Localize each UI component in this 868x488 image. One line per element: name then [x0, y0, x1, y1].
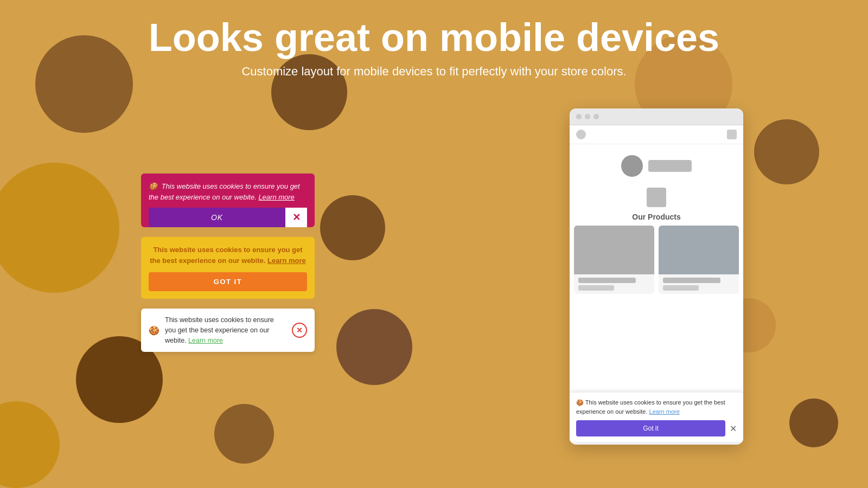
banner2-text: This website uses cookies to ensure you …	[149, 245, 307, 266]
product-info-2	[659, 274, 739, 294]
browser-toolbar	[570, 125, 743, 144]
banner1-text: 🍪 This website uses cookies to ensure yo…	[149, 181, 307, 202]
banner3-text: This website uses cookies to ensure you …	[165, 315, 286, 345]
product-name-2	[663, 278, 720, 283]
bg-circle	[336, 309, 412, 385]
bg-circle	[214, 404, 274, 464]
bg-circle	[320, 195, 385, 260]
window-dot-3	[593, 114, 599, 119]
browser-cookie-notice: 🍪 This website uses cookies to ensure yo…	[570, 392, 743, 442]
bg-circle	[0, 401, 60, 488]
bg-circle	[754, 119, 819, 184]
search-icon	[576, 130, 586, 139]
browser-titlebar	[570, 108, 743, 125]
cookie-banner-white: 🍪 This website uses cookies to ensure yo…	[141, 309, 315, 352]
product-image-1	[574, 226, 654, 274]
logo-circle	[621, 155, 643, 177]
banner1-close-button[interactable]: ✕	[285, 208, 307, 227]
page-header: Looks great on mobile devices Customize …	[0, 0, 868, 79]
cookie-icon-1: 🍪	[149, 182, 157, 190]
product-price-1	[578, 285, 614, 291]
window-dot-2	[585, 114, 590, 119]
banner1-learn-more[interactable]: Learn more	[258, 193, 294, 201]
banner1-actions: OK ✕	[149, 208, 307, 227]
store-logo	[570, 144, 743, 182]
browser-close-button[interactable]: ✕	[730, 423, 737, 434]
browser-got-it-button[interactable]: Got it	[576, 420, 725, 436]
banner2-learn-more[interactable]: Learn more	[267, 256, 306, 265]
page-subtitle: Customize layout for mobile devices to f…	[0, 65, 868, 79]
close-icon: ✕	[296, 326, 303, 334]
close-icon: ✕	[730, 424, 737, 433]
products-title: Our Products	[570, 213, 743, 221]
browser-cookie-icon: 🍪	[576, 399, 584, 406]
product-card-1	[574, 226, 654, 294]
cookie-icon-3: 🍪	[149, 325, 159, 336]
page-title: Looks great on mobile devices	[0, 16, 868, 59]
product-price-2	[663, 285, 699, 291]
category-block	[570, 188, 743, 207]
browser-content: Our Products 🍪 This website u	[570, 125, 743, 442]
product-info-1	[574, 274, 654, 294]
window-dot-1	[576, 114, 582, 119]
bg-circle	[789, 399, 838, 447]
banner3-learn-more[interactable]: Learn more	[188, 337, 223, 344]
product-name-1	[578, 278, 636, 283]
bg-circle	[0, 163, 119, 293]
product-image-2	[659, 226, 739, 274]
close-icon: ✕	[292, 211, 301, 223]
browser-learn-more[interactable]: Learn more	[649, 408, 680, 415]
logo-text	[648, 160, 692, 172]
product-card-2	[659, 226, 739, 294]
banner1-ok-button[interactable]: OK	[149, 208, 285, 227]
products-grid	[570, 226, 743, 294]
cookie-banner-yellow: This website uses cookies to ensure you …	[141, 237, 315, 299]
banner2-got-it-button[interactable]: GOT IT	[149, 272, 307, 291]
browser-cookie-text: 🍪 This website uses cookies to ensure yo…	[576, 398, 737, 416]
banner3-close-button[interactable]: ✕	[292, 323, 307, 338]
cookie-banner-pink: 🍪 This website uses cookies to ensure yo…	[141, 174, 315, 227]
browser-cookie-actions: Got it ✕	[576, 420, 737, 436]
banners-container: 🍪 This website uses cookies to ensure yo…	[141, 174, 315, 352]
browser-mockup: Our Products 🍪 This website u	[570, 108, 743, 445]
category-icon	[647, 188, 666, 207]
cart-icon	[727, 130, 737, 139]
